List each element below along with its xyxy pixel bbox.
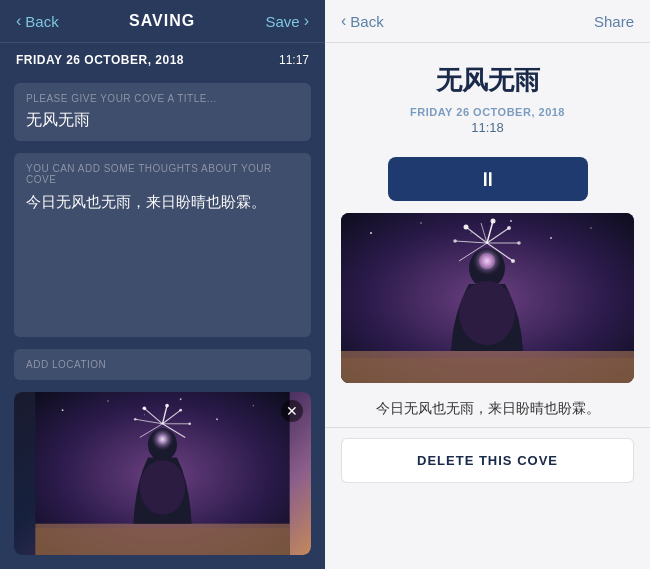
left-panel: ‹ Back SAVING Save › FRIDAY 26 OCTOBER, …	[0, 0, 325, 569]
svg-point-10	[152, 428, 174, 450]
delete-button[interactable]: DELETE THIS COVE	[341, 438, 634, 483]
left-title-input[interactable]: PLEASE GIVE YOUR COVE A TITLE... 无风无雨	[14, 83, 311, 141]
close-icon: ✕	[286, 403, 298, 419]
right-content: 无风无雨 FRIDAY 26 OCTOBER, 2018 11:18 ⏸	[325, 43, 650, 569]
right-header: ‹ Back Share	[325, 0, 650, 43]
svg-point-22	[134, 417, 137, 420]
left-location-label: ADD LOCATION	[26, 359, 299, 370]
left-save-button[interactable]: Save ›	[265, 12, 309, 30]
right-back-button[interactable]: ‹ Back	[341, 12, 384, 30]
play-button-container: ⏸	[325, 145, 650, 213]
svg-point-47	[464, 225, 469, 230]
left-title-value: 无风无雨	[26, 110, 299, 131]
left-save-label: Save	[265, 13, 299, 30]
right-share-button[interactable]: Share	[594, 13, 634, 30]
left-title-placeholder: PLEASE GIVE YOUR COVE A TITLE...	[26, 93, 299, 104]
image-close-button[interactable]: ✕	[281, 400, 303, 422]
svg-point-43	[491, 219, 496, 224]
right-cove-time: 11:18	[341, 120, 634, 135]
left-thoughts-value: 今日无风也无雨，来日盼晴也盼霖。	[26, 191, 299, 214]
svg-point-50	[479, 253, 495, 269]
svg-point-20	[188, 422, 191, 425]
svg-point-28	[590, 227, 592, 229]
right-image-placeholder	[341, 213, 634, 383]
left-header: ‹ Back SAVING Save ›	[0, 0, 325, 43]
left-date-row: FRIDAY 26 OCTOBER, 2018 11:17	[0, 43, 325, 77]
svg-rect-32	[341, 358, 634, 383]
svg-point-49	[459, 281, 515, 345]
svg-point-18	[165, 403, 169, 407]
right-back-chevron: ‹	[341, 12, 346, 30]
svg-point-26	[420, 222, 422, 224]
left-thoughts-input[interactable]: YOU CAN ADD SOME THOUGHTS ABOUT YOUR COV…	[14, 153, 311, 337]
svg-point-46	[511, 259, 515, 263]
svg-point-5	[144, 414, 145, 415]
svg-point-6	[180, 398, 182, 400]
svg-point-45	[517, 241, 521, 245]
svg-point-48	[453, 239, 457, 243]
svg-point-1	[62, 409, 64, 411]
left-image-area: ✕	[14, 392, 311, 556]
svg-point-21	[143, 406, 147, 410]
left-time: 11:17	[279, 53, 309, 67]
svg-point-27	[550, 237, 552, 239]
right-title-section: 无风无雨 FRIDAY 26 OCTOBER, 2018 11:18	[325, 43, 650, 145]
left-title: SAVING	[129, 12, 195, 30]
right-image	[341, 213, 634, 383]
left-location-input[interactable]: ADD LOCATION	[14, 349, 311, 380]
svg-point-23	[140, 460, 185, 515]
left-back-button[interactable]: ‹ Back	[16, 12, 59, 30]
left-back-chevron: ‹	[16, 12, 21, 30]
svg-point-25	[370, 232, 372, 234]
svg-rect-8	[35, 528, 289, 555]
svg-point-44	[507, 226, 511, 230]
left-back-label: Back	[25, 13, 58, 30]
svg-point-30	[510, 220, 512, 222]
right-caption: 今日无风也无雨，来日盼晴也盼霖。	[325, 383, 650, 427]
left-date: FRIDAY 26 OCTOBER, 2018	[16, 53, 184, 67]
left-image	[14, 392, 311, 556]
left-thoughts-placeholder: YOU CAN ADD SOME THOUGHTS ABOUT YOUR COV…	[26, 163, 299, 185]
pause-icon: ⏸	[478, 168, 498, 191]
svg-point-2	[107, 400, 108, 401]
delete-button-container: DELETE THIS COVE	[325, 427, 650, 499]
right-cove-title: 无风无雨	[341, 63, 634, 98]
svg-point-3	[216, 418, 218, 420]
svg-point-29	[470, 232, 471, 233]
right-back-label: Back	[350, 13, 383, 30]
left-save-chevron: ›	[304, 12, 309, 30]
pause-button[interactable]: ⏸	[388, 157, 588, 201]
svg-point-19	[179, 408, 182, 411]
right-panel: ‹ Back Share 无风无雨 FRIDAY 26 OCTOBER, 201…	[325, 0, 650, 569]
svg-point-4	[253, 404, 254, 405]
right-cove-date: FRIDAY 26 OCTOBER, 2018	[341, 106, 634, 118]
